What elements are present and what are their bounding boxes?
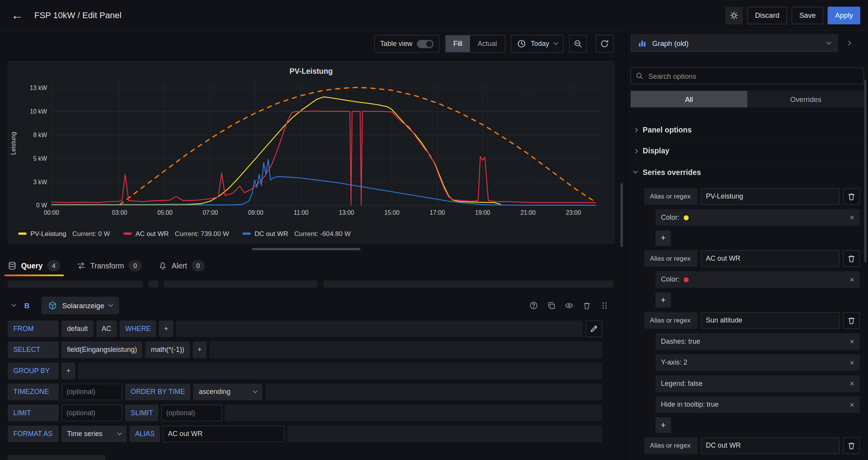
actual-button[interactable]: Actual — [470, 36, 505, 52]
panel-settings-button[interactable] — [725, 6, 743, 24]
format-as-select[interactable]: Time series — [61, 426, 127, 442]
group-by-add-button[interactable]: + — [61, 363, 75, 379]
remove-property-icon[interactable]: × — [850, 337, 854, 346]
limit-input[interactable] — [61, 405, 122, 421]
timezone-row: TIMEZONE ORDER BY TIME ascending — [8, 384, 602, 400]
chevron-right-icon — [633, 127, 638, 132]
add-override-property-button[interactable]: + — [656, 418, 671, 433]
legend-item-dc-out-wr[interactable]: DC out WR Current: -604.80 W — [242, 230, 351, 238]
tab-transform[interactable]: Transform 0 — [77, 260, 142, 277]
remove-property-icon[interactable]: × — [850, 379, 854, 388]
remove-property-icon[interactable]: × — [850, 275, 854, 284]
options-search-input[interactable] — [647, 71, 859, 80]
select-math-segment[interactable]: math(*(-1)) — [145, 341, 190, 358]
options-scrollbar-thumb[interactable] — [864, 80, 866, 262]
add-override-property-button[interactable]: + — [656, 292, 671, 308]
section-display[interactable]: Display — [626, 141, 868, 161]
duplicate-query-button[interactable] — [547, 301, 556, 310]
tab-query[interactable]: Query 4 — [8, 260, 60, 277]
tab-overrides[interactable]: Overrides — [747, 91, 864, 107]
time-range-picker[interactable]: Today — [511, 35, 564, 53]
svg-text:10 kW: 10 kW — [30, 108, 47, 115]
remove-property-icon[interactable]: × — [850, 358, 854, 367]
svg-text:05:00: 05:00 — [157, 209, 173, 216]
transform-icon — [77, 261, 86, 270]
chevron-down-icon — [633, 169, 638, 173]
delete-override-button[interactable] — [843, 437, 860, 454]
toggle-text-edit-button[interactable] — [586, 321, 602, 337]
from-measurement-segment[interactable]: AC — [96, 321, 117, 337]
vertical-scrollbar-thumb[interactable] — [621, 183, 623, 247]
collapse-pane-button[interactable] — [841, 34, 856, 52]
pv-chart[interactable]: 0 W3 kW5 kW8 kW10 kW13 kW00:0003:0005:00… — [8, 77, 614, 225]
disable-query-button[interactable] — [565, 301, 574, 310]
svg-text:8 kW: 8 kW — [33, 132, 47, 138]
slimit-input[interactable] — [161, 405, 222, 421]
legend-swatch — [242, 233, 250, 235]
section-series-overrides[interactable]: Series overrides — [626, 161, 868, 182]
trash-icon — [847, 316, 856, 325]
legend-item-ac-out-wr[interactable]: AC out WR Current: 739.00 W — [123, 230, 229, 238]
where-add-button[interactable]: + — [159, 321, 173, 337]
override-property-y-axis: Y-axis: 2 × — [656, 354, 860, 371]
color-swatch[interactable] — [684, 215, 689, 220]
clipped-segment — [323, 281, 613, 288]
where-label[interactable]: WHERE — [119, 321, 156, 337]
chevron-down-icon — [253, 389, 258, 393]
remove-property-icon[interactable]: × — [850, 213, 854, 222]
section-panel-options[interactable]: Panel options — [626, 120, 868, 141]
delete-query-button[interactable] — [583, 301, 591, 310]
override-row-sun-altitude: Alias or regex — [644, 312, 860, 329]
tab-all[interactable]: All — [630, 91, 747, 107]
chevron-down-icon — [554, 40, 558, 45]
pv-leistung-panel: PV-Leistung 0 W3 kW5 kW8 kW10 kW13 kW00:… — [8, 61, 615, 244]
datasource-icon — [48, 301, 57, 310]
legend-item-pv-leistung[interactable]: PV-Leistung Current: 0 W — [18, 230, 110, 238]
clipped-segment — [148, 281, 158, 288]
override-property-legend: Legend: false × — [656, 375, 860, 392]
horizontal-scrollbar-thumb[interactable] — [252, 248, 360, 250]
query-help-button[interactable] — [529, 301, 538, 310]
tab-alert[interactable]: Alert 0 — [158, 260, 205, 277]
search-minus-icon — [574, 39, 583, 48]
zoom-out-button[interactable] — [569, 35, 587, 53]
bell-icon — [158, 261, 167, 270]
delete-override-button[interactable] — [843, 250, 860, 267]
override-alias-input[interactable] — [701, 250, 840, 267]
apply-button[interactable]: Apply — [828, 6, 860, 24]
drag-query-handle[interactable] — [600, 301, 609, 310]
timezone-input[interactable] — [61, 384, 122, 400]
select-label: SELECT — [8, 341, 59, 358]
row-filler — [209, 341, 602, 358]
add-override-property-button[interactable]: + — [656, 230, 671, 246]
limit-row: LIMIT SLIMIT — [8, 405, 602, 421]
color-swatch[interactable] — [684, 277, 689, 282]
delete-override-button[interactable] — [843, 188, 860, 205]
select-field-segment[interactable]: field(Eingangsleistung) — [61, 341, 143, 358]
table-view-toggle[interactable] — [417, 39, 433, 48]
svg-text:3 kW: 3 kW — [33, 179, 47, 185]
refresh-button[interactable] — [596, 35, 613, 53]
alias-input[interactable] — [163, 426, 285, 442]
delete-override-button[interactable] — [843, 312, 860, 329]
trash-icon — [847, 254, 856, 263]
from-database-segment[interactable]: default — [61, 321, 93, 337]
datasource-picker[interactable]: Solaranzeige — [42, 297, 119, 314]
order-by-select[interactable]: ascending — [193, 384, 262, 400]
override-alias-input[interactable] — [701, 437, 840, 454]
back-arrow-icon[interactable]: ← — [8, 9, 29, 22]
override-alias-input[interactable] — [701, 312, 840, 329]
transform-count-badge: 0 — [129, 260, 142, 272]
visualization-picker[interactable]: Graph (old) — [630, 34, 837, 52]
row-filler — [287, 426, 602, 442]
fill-button[interactable]: Fill — [446, 36, 470, 52]
save-button[interactable]: Save — [792, 6, 824, 24]
discard-button[interactable]: Discard — [747, 6, 787, 24]
remove-property-icon[interactable]: × — [850, 400, 854, 409]
panel-title: PV-Leistung — [8, 61, 614, 77]
select-add-button[interactable]: + — [193, 341, 207, 358]
svg-text:0 W: 0 W — [36, 202, 47, 209]
collapse-query-icon[interactable] — [12, 302, 16, 307]
table-view-label: Table view — [380, 40, 413, 48]
override-alias-input[interactable] — [701, 188, 840, 205]
